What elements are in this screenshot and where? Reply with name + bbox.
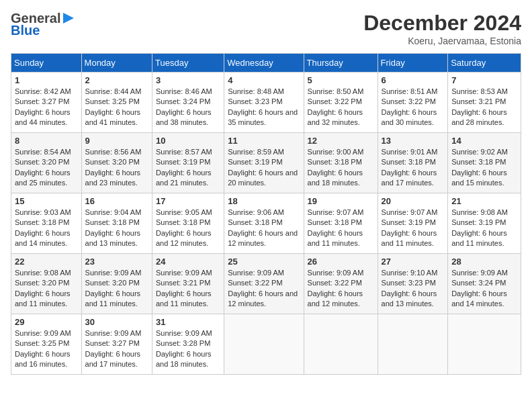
cell-daylight: Daylight: 6 hours and 12 minutes.: [156, 229, 212, 247]
day-number: 10: [156, 136, 220, 146]
day-number: 26: [308, 257, 374, 267]
day-number: 7: [451, 75, 517, 85]
cell-sunrise: Sunrise: 9:09 AM: [451, 269, 508, 277]
cell-sunrise: Sunrise: 9:07 AM: [308, 208, 364, 216]
cell-daylight: Daylight: 6 hours and 13 minutes.: [85, 229, 141, 247]
cell-daylight: Daylight: 6 hours and 18 minutes.: [308, 169, 363, 187]
cell-sunrise: Sunrise: 9:10 AM: [382, 269, 438, 277]
day-cell: [448, 314, 521, 375]
cell-sunrise: Sunrise: 9:09 AM: [85, 269, 142, 277]
cell-sunrise: Sunrise: 9:03 AM: [15, 208, 71, 216]
cell-sunset: Sunset: 3:25 PM: [15, 339, 69, 347]
cell-sunrise: Sunrise: 9:04 AM: [85, 208, 142, 216]
cell-daylight: Daylight: 6 hours and 30 minutes.: [382, 108, 437, 126]
day-number: 12: [308, 136, 374, 146]
day-number: 13: [382, 136, 445, 146]
day-cell: 5 Sunrise: 8:50 AM Sunset: 3:22 PM Dayli…: [304, 73, 378, 133]
cell-sunset: Sunset: 3:19 PM: [451, 218, 506, 226]
week-row-4: 22 Sunrise: 9:08 AM Sunset: 3:20 PM Dayl…: [11, 254, 521, 314]
day-cell: 7 Sunrise: 8:53 AM Sunset: 3:21 PM Dayli…: [448, 73, 521, 133]
cell-daylight: Daylight: 6 hours and 18 minutes.: [156, 350, 212, 368]
cell-sunset: Sunset: 3:18 PM: [308, 158, 362, 166]
cell-sunrise: Sunrise: 9:08 AM: [15, 269, 71, 277]
cell-sunset: Sunset: 3:18 PM: [382, 158, 436, 166]
day-number: 4: [228, 75, 300, 85]
cell-sunrise: Sunrise: 9:06 AM: [228, 208, 284, 216]
col-header-friday: Friday: [378, 54, 448, 73]
cell-sunset: Sunset: 3:19 PM: [228, 158, 282, 166]
cell-daylight: Daylight: 6 hours and 11 minutes.: [156, 289, 212, 308]
day-cell: 23 Sunrise: 9:09 AM Sunset: 3:20 PM Dayl…: [81, 254, 152, 314]
day-number: 17: [156, 196, 220, 206]
cell-sunrise: Sunrise: 9:09 AM: [156, 329, 212, 337]
cell-sunset: Sunset: 3:20 PM: [15, 279, 69, 287]
day-cell: 31 Sunrise: 9:09 AM Sunset: 3:28 PM Dayl…: [152, 314, 224, 375]
cell-sunset: Sunset: 3:22 PM: [308, 97, 362, 105]
day-number: 18: [228, 196, 300, 206]
cell-daylight: Daylight: 6 hours and 11 minutes.: [382, 229, 437, 247]
cell-sunrise: Sunrise: 8:53 AM: [451, 87, 508, 95]
page-header: General Blue December 2024 Koeru, Jaerva…: [11, 11, 521, 46]
cell-sunrise: Sunrise: 8:57 AM: [156, 148, 212, 156]
day-number: 23: [85, 257, 148, 267]
cell-daylight: Daylight: 6 hours and 12 minutes.: [308, 289, 363, 308]
day-cell: 16 Sunrise: 9:04 AM Sunset: 3:18 PM Dayl…: [81, 193, 152, 254]
cell-sunrise: Sunrise: 9:07 AM: [382, 208, 438, 216]
day-number: 3: [156, 75, 220, 85]
cell-sunset: Sunset: 3:22 PM: [382, 97, 436, 105]
day-cell: 10 Sunrise: 8:57 AM Sunset: 3:19 PM Dayl…: [152, 133, 224, 193]
day-cell: 14 Sunrise: 9:02 AM Sunset: 3:18 PM Dayl…: [448, 133, 521, 193]
day-number: 1: [15, 75, 78, 85]
day-cell: 30 Sunrise: 9:09 AM Sunset: 3:27 PM Dayl…: [81, 314, 152, 375]
cell-sunrise: Sunrise: 8:51 AM: [382, 87, 438, 95]
cell-daylight: Daylight: 6 hours and 17 minutes.: [85, 350, 141, 368]
day-number: 5: [308, 75, 374, 85]
day-cell: 2 Sunrise: 8:44 AM Sunset: 3:25 PM Dayli…: [81, 73, 152, 133]
cell-sunrise: Sunrise: 8:44 AM: [85, 87, 142, 95]
cell-sunset: Sunset: 3:27 PM: [15, 97, 69, 105]
day-cell: [378, 314, 448, 375]
cell-sunset: Sunset: 3:20 PM: [15, 158, 69, 166]
cell-daylight: Daylight: 6 hours and 41 minutes.: [85, 108, 141, 126]
cell-sunset: Sunset: 3:24 PM: [451, 279, 506, 287]
cell-daylight: Daylight: 6 hours and 12 minutes.: [228, 289, 298, 308]
day-number: 31: [156, 317, 220, 327]
cell-sunrise: Sunrise: 9:01 AM: [382, 148, 438, 156]
cell-sunset: Sunset: 3:20 PM: [85, 158, 140, 166]
cell-sunset: Sunset: 3:18 PM: [228, 218, 282, 226]
col-header-sunday: Sunday: [11, 54, 82, 73]
cell-daylight: Daylight: 6 hours and 32 minutes.: [308, 108, 363, 126]
cell-sunset: Sunset: 3:19 PM: [382, 218, 436, 226]
week-row-5: 29 Sunrise: 9:09 AM Sunset: 3:25 PM Dayl…: [11, 314, 521, 375]
day-cell: 24 Sunrise: 9:09 AM Sunset: 3:21 PM Dayl…: [152, 254, 224, 314]
cell-daylight: Daylight: 6 hours and 11 minutes.: [85, 289, 141, 308]
cell-daylight: Daylight: 6 hours and 35 minutes.: [228, 108, 298, 126]
title-area: December 2024 Koeru, Jaervamaa, Estonia: [363, 11, 521, 46]
cell-sunrise: Sunrise: 8:56 AM: [85, 148, 142, 156]
day-cell: 28 Sunrise: 9:09 AM Sunset: 3:24 PM Dayl…: [448, 254, 521, 314]
day-number: 21: [451, 196, 517, 206]
svg-marker-0: [63, 13, 74, 24]
cell-daylight: Daylight: 6 hours and 21 minutes.: [156, 169, 212, 187]
day-number: 11: [228, 136, 300, 146]
day-number: 20: [382, 196, 445, 206]
day-number: 27: [382, 257, 445, 267]
cell-sunset: Sunset: 3:24 PM: [156, 97, 210, 105]
cell-sunset: Sunset: 3:25 PM: [85, 97, 140, 105]
month-title: December 2024: [363, 11, 521, 36]
cell-daylight: Daylight: 6 hours and 11 minutes.: [451, 229, 507, 247]
cell-daylight: Daylight: 6 hours and 13 minutes.: [382, 289, 437, 308]
logo-container: General Blue: [11, 11, 75, 38]
cell-sunrise: Sunrise: 9:09 AM: [228, 269, 284, 277]
cell-sunrise: Sunrise: 9:09 AM: [15, 329, 71, 337]
col-header-monday: Monday: [81, 54, 152, 73]
cell-sunrise: Sunrise: 8:50 AM: [308, 87, 364, 95]
day-cell: 12 Sunrise: 9:00 AM Sunset: 3:18 PM Dayl…: [304, 133, 378, 193]
cell-sunset: Sunset: 3:22 PM: [308, 279, 362, 287]
cell-sunset: Sunset: 3:27 PM: [85, 339, 140, 347]
day-cell: 21 Sunrise: 9:08 AM Sunset: 3:19 PM Dayl…: [448, 193, 521, 254]
cell-sunset: Sunset: 3:22 PM: [228, 279, 282, 287]
cell-sunset: Sunset: 3:18 PM: [15, 218, 69, 226]
day-number: 9: [85, 136, 148, 146]
cell-daylight: Daylight: 6 hours and 25 minutes.: [15, 169, 71, 187]
